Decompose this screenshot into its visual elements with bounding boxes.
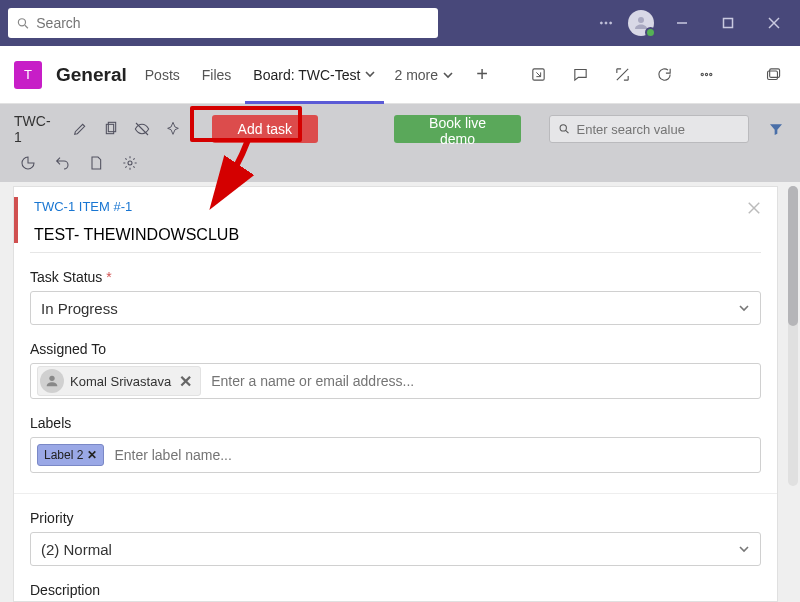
add-task-button[interactable]: Add task <box>212 115 318 143</box>
svg-rect-16 <box>106 124 113 133</box>
channel-title: General <box>56 64 127 86</box>
tab-board[interactable]: Board: TWC-Test <box>249 46 380 104</box>
person-name: Komal Srivastava <box>70 374 171 389</box>
label-chip: Label 2 ✕ <box>37 444 104 466</box>
description-label: Description <box>30 582 761 598</box>
svg-rect-7 <box>724 19 733 28</box>
maximize-button[interactable] <box>710 9 746 37</box>
chevron-down-icon <box>364 67 376 83</box>
svg-rect-15 <box>769 69 779 78</box>
book-demo-button[interactable]: Book live demo <box>394 115 522 143</box>
presence-indicator <box>645 27 656 38</box>
assigned-to-label: Assigned To <box>30 341 761 357</box>
search-icon <box>558 122 571 136</box>
task-status-value: In Progress <box>41 300 118 317</box>
label-chip-text: Label 2 <box>44 448 83 462</box>
remove-person-button[interactable]: ✕ <box>177 372 194 391</box>
svg-point-13 <box>709 73 711 75</box>
tab-board-label: Board: TWC-Test <box>253 67 360 83</box>
task-item-id[interactable]: TWC-1 ITEM #-1 <box>30 199 761 214</box>
chevron-down-icon <box>442 69 454 81</box>
document-icon[interactable] <box>84 151 108 175</box>
task-status-label: Task Status * <box>30 269 761 285</box>
more-icon[interactable] <box>692 61 720 89</box>
task-panel: TWC-1 ITEM #-1 Task Status * In Progress… <box>13 186 778 602</box>
board-toolbar: TWC-1 Add task Book live demo <box>0 104 800 182</box>
refresh-icon[interactable] <box>650 61 678 89</box>
divider <box>14 493 777 494</box>
close-panel-button[interactable] <box>745 199 763 221</box>
svg-point-5 <box>638 17 644 23</box>
scrollbar[interactable] <box>788 186 798 486</box>
copy-icon[interactable] <box>100 117 123 141</box>
priority-label: Priority <box>30 510 761 526</box>
chevron-down-icon <box>738 541 750 558</box>
svg-point-4 <box>610 22 612 24</box>
assigned-to-field[interactable]: Komal Srivastava ✕ <box>30 363 761 399</box>
labels-field[interactable]: Label 2 ✕ <box>30 437 761 473</box>
expand-icon[interactable] <box>608 61 636 89</box>
chat-icon[interactable] <box>566 61 594 89</box>
svg-point-0 <box>18 18 25 25</box>
remove-label-button[interactable]: ✕ <box>87 448 97 462</box>
more-tabs[interactable]: 2 more <box>394 67 454 83</box>
add-tab-button[interactable]: + <box>468 61 496 89</box>
person-avatar-icon <box>40 369 64 393</box>
more-options-icon[interactable] <box>594 11 618 35</box>
svg-rect-14 <box>767 71 777 80</box>
priority-select[interactable]: (2) Normal <box>30 532 761 566</box>
board-id: TWC-1 <box>12 113 61 145</box>
edit-icon[interactable] <box>69 117 92 141</box>
task-status-select[interactable]: In Progress <box>30 291 761 325</box>
team-badge: T <box>14 61 42 89</box>
open-app-icon[interactable] <box>524 61 552 89</box>
more-tabs-label: 2 more <box>394 67 438 83</box>
chevron-down-icon <box>738 300 750 317</box>
search-icon <box>16 16 30 31</box>
priority-value: (2) Normal <box>41 541 112 558</box>
assigned-to-input[interactable] <box>207 369 754 393</box>
undo-icon[interactable] <box>50 151 74 175</box>
svg-point-19 <box>560 125 566 131</box>
tab-posts[interactable]: Posts <box>141 46 184 104</box>
labels-label: Labels <box>30 415 761 431</box>
pin-icon[interactable] <box>162 117 185 141</box>
minimize-button[interactable] <box>664 9 700 37</box>
task-name-input[interactable] <box>30 220 761 253</box>
svg-point-11 <box>701 73 703 75</box>
close-button[interactable] <box>756 9 792 37</box>
svg-point-3 <box>605 22 607 24</box>
scrollbar-thumb[interactable] <box>788 186 798 326</box>
labels-input[interactable] <box>110 443 754 467</box>
svg-rect-17 <box>108 122 115 131</box>
popup-icon[interactable] <box>758 61 786 89</box>
gear-icon[interactable] <box>118 151 142 175</box>
filter-icon[interactable] <box>765 117 788 141</box>
board-search-input[interactable] <box>577 122 740 137</box>
svg-point-2 <box>600 22 602 24</box>
svg-point-12 <box>705 73 707 75</box>
person-chip: Komal Srivastava ✕ <box>37 366 201 396</box>
global-search-input[interactable] <box>36 15 430 31</box>
global-search[interactable] <box>8 8 438 38</box>
svg-line-1 <box>25 25 28 28</box>
user-avatar[interactable] <box>628 10 654 36</box>
svg-point-21 <box>128 161 132 165</box>
tab-files[interactable]: Files <box>198 46 236 104</box>
pie-chart-icon[interactable] <box>16 151 40 175</box>
svg-line-20 <box>566 131 569 134</box>
board-search[interactable] <box>549 115 749 143</box>
svg-point-24 <box>49 376 54 381</box>
visibility-icon[interactable] <box>131 117 154 141</box>
